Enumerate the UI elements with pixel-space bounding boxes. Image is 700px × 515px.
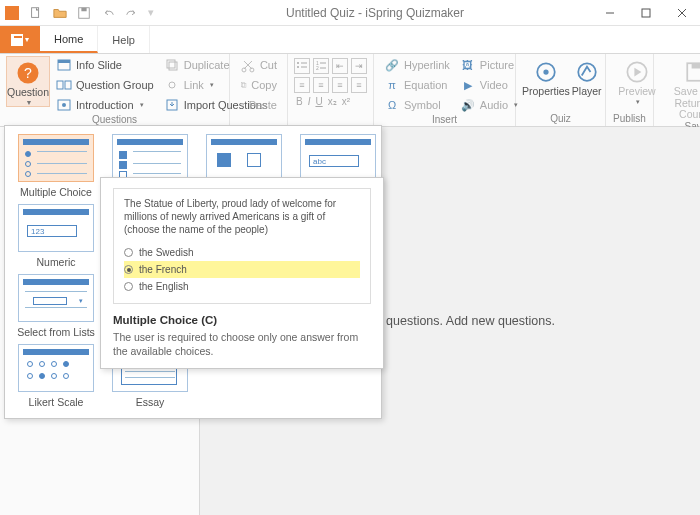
align-justify-button[interactable]: ≡	[351, 77, 367, 93]
audio-button[interactable]: 🔊Audio▾	[456, 96, 522, 114]
question-button[interactable]: ? Question ▼	[6, 56, 50, 107]
copy-button[interactable]: Copy	[236, 76, 281, 94]
svg-rect-8	[57, 81, 63, 89]
properties-button[interactable]: Properties	[522, 56, 570, 98]
align-left-button[interactable]: ≡	[294, 77, 310, 93]
tooltip-question: The Statue of Liberty, proud lady of wel…	[124, 197, 360, 236]
gallery-item-likert[interactable]: Likert Scale	[11, 344, 101, 408]
save-return-button[interactable]: Save and Return to Course	[660, 56, 700, 121]
indent-button[interactable]: ⇥	[351, 58, 367, 74]
app-icon	[2, 3, 22, 23]
player-button[interactable]: Player	[572, 56, 602, 98]
hyperlink-button[interactable]: 🔗Hyperlink	[380, 56, 454, 74]
cut-button[interactable]: Cut	[236, 56, 281, 74]
tab-home[interactable]: Home	[40, 26, 98, 53]
italic-button[interactable]: I	[308, 96, 311, 107]
maximize-button[interactable]	[628, 0, 664, 26]
equation-button[interactable]: πEquation	[380, 76, 454, 94]
tooltip-opt-3: the English	[124, 278, 360, 295]
close-button[interactable]	[664, 0, 700, 26]
gallery-item-multiple-choice[interactable]: Multiple Choice	[11, 134, 101, 198]
redo-icon[interactable]	[122, 3, 142, 23]
title-bar: ▾ Untitled Quiz - iSpring Quizmaker	[0, 0, 700, 26]
svg-rect-2	[81, 7, 86, 11]
align-right-button[interactable]: ≡	[332, 77, 348, 93]
svg-point-26	[543, 69, 548, 74]
underline-button[interactable]: U	[315, 96, 322, 107]
svg-text:2: 2	[316, 65, 319, 71]
svg-rect-30	[692, 63, 700, 68]
tab-help[interactable]: Help	[98, 26, 150, 53]
bullets-button[interactable]	[294, 58, 310, 74]
svg-rect-12	[167, 60, 175, 68]
svg-rect-7	[58, 60, 70, 63]
open-icon[interactable]	[50, 3, 70, 23]
symbol-button[interactable]: ΩSymbol	[380, 96, 454, 114]
group-publish-label: Publish	[612, 113, 647, 126]
outdent-button[interactable]: ⇤	[332, 58, 348, 74]
svg-point-21	[297, 62, 299, 64]
content-area: has no questions. Add new questions. Mul…	[0, 127, 700, 515]
new-doc-icon[interactable]	[26, 3, 46, 23]
svg-point-11	[62, 103, 66, 107]
group-quiz-label: Quiz	[522, 113, 599, 126]
question-label: Question	[7, 87, 49, 99]
svg-rect-3	[642, 9, 650, 17]
svg-rect-9	[65, 81, 71, 89]
video-button[interactable]: ▶Video	[456, 76, 522, 94]
svg-text:?: ?	[24, 65, 32, 81]
qat-more[interactable]: ▾	[148, 6, 154, 19]
tooltip-opt-2: the French	[124, 261, 360, 278]
tooltip-preview: The Statue of Liberty, proud lady of wel…	[113, 188, 371, 304]
numbering-button[interactable]: 12	[313, 58, 329, 74]
window-title: Untitled Quiz - iSpring Quizmaker	[158, 6, 592, 20]
bold-button[interactable]: B	[296, 96, 303, 107]
info-slide-button[interactable]: Info Slide	[52, 56, 158, 74]
tab-strip: ▾ Home Help	[0, 26, 700, 54]
minimize-button[interactable]	[592, 0, 628, 26]
gallery-item-numeric[interactable]: 123Numeric	[11, 204, 101, 268]
introduction-button[interactable]: Introduction▾	[52, 96, 158, 114]
picture-button[interactable]: 🖼Picture	[456, 56, 522, 74]
gallery-item-select-lists[interactable]: ▾Select from Lists	[11, 274, 101, 338]
paste-button[interactable]: Paste	[236, 96, 281, 114]
undo-icon[interactable]	[98, 3, 118, 23]
group-insert-label: Insert	[380, 114, 509, 127]
svg-rect-13	[169, 62, 177, 70]
save-icon[interactable]	[74, 3, 94, 23]
svg-point-22	[297, 66, 299, 68]
question-group-button[interactable]: Question Group	[52, 76, 158, 94]
tooltip-desc: The user is required to choose only one …	[113, 330, 371, 358]
svg-rect-20	[242, 103, 243, 104]
ribbon: ? Question ▼ Info Slide Question Group I…	[0, 54, 700, 127]
tooltip-opt-1: the Swedish	[124, 244, 360, 261]
subscript-button[interactable]: x₂	[328, 96, 337, 107]
tooltip-panel: The Statue of Liberty, proud lady of wel…	[100, 177, 384, 369]
tooltip-title: Multiple Choice (C)	[113, 314, 371, 326]
align-center-button[interactable]: ≡	[313, 77, 329, 93]
superscript-button[interactable]: x²	[342, 96, 350, 107]
file-menu-button[interactable]: ▾	[0, 26, 40, 53]
svg-rect-0	[32, 7, 39, 17]
